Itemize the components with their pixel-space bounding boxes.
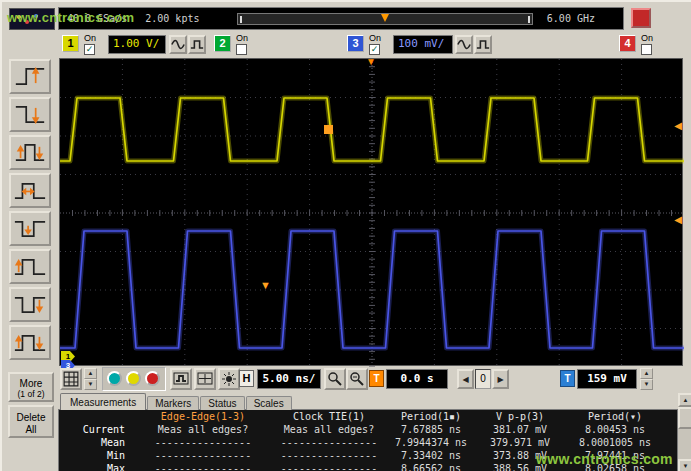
meas-value: ---------------- bbox=[133, 437, 273, 450]
channel-1-on-block: On bbox=[84, 33, 110, 57]
delete-all-button[interactable]: Delete All bbox=[8, 405, 54, 438]
channel-3-on-checkbox[interactable] bbox=[369, 44, 380, 55]
spinner-up-icon[interactable] bbox=[84, 368, 97, 379]
horizontal-position-display[interactable]: 0.0 s bbox=[386, 369, 448, 389]
pulse-width-trigger-icon[interactable] bbox=[9, 173, 51, 208]
runt-pulse-glyph bbox=[13, 214, 47, 243]
waveform-display[interactable]: 1 3 bbox=[59, 58, 683, 366]
falling-edge-trigger-icon[interactable] bbox=[9, 97, 51, 132]
channel-1-on-checkbox[interactable] bbox=[84, 44, 95, 55]
horizontal-position-marker-icon: T bbox=[369, 370, 384, 387]
tab-status[interactable]: Status bbox=[200, 396, 244, 410]
trigger-level-display[interactable]: 159 mV bbox=[577, 369, 637, 389]
channel-2-on-label: On bbox=[236, 33, 262, 43]
delta-marker[interactable] bbox=[260, 279, 271, 291]
horizontal-scale-display[interactable]: 5.00 ns/ bbox=[257, 369, 321, 389]
scrollbar-thumb[interactable] bbox=[678, 407, 691, 429]
period-measurement-marker[interactable] bbox=[324, 125, 333, 134]
channel-1-waveform-button[interactable] bbox=[169, 35, 187, 54]
channel-3-on-block: On bbox=[369, 33, 395, 57]
channel-1-scale-display[interactable]: 1.00 V/ bbox=[108, 35, 166, 54]
negative-pulse-trigger-icon[interactable] bbox=[9, 287, 51, 322]
teal-marker-button[interactable] bbox=[107, 371, 122, 386]
row-label: Max bbox=[59, 463, 133, 471]
magnifier-icon bbox=[349, 371, 365, 387]
meas-value: 8.66562 ns bbox=[385, 463, 477, 471]
more-page-indicator: (1 of 2) bbox=[18, 389, 45, 399]
scroll-left-button[interactable] bbox=[457, 369, 474, 389]
position-zero-button[interactable]: 0 bbox=[475, 369, 491, 389]
channel-2-on-checkbox[interactable] bbox=[236, 44, 247, 55]
channel-1-button[interactable]: 1 bbox=[62, 35, 79, 52]
zoom-out-button[interactable] bbox=[324, 368, 346, 390]
channel-3-waveform-button[interactable] bbox=[455, 35, 473, 54]
channel-3-coupling-button[interactable] bbox=[474, 35, 492, 54]
sine-icon bbox=[457, 37, 471, 52]
tab-measurements[interactable]: Measurements bbox=[60, 393, 146, 410]
timebase-right-tick bbox=[528, 16, 530, 23]
waveform-grid bbox=[60, 59, 684, 367]
rising-edge-trigger-icon[interactable] bbox=[9, 59, 51, 94]
trigger-level-marker-ch1[interactable] bbox=[674, 121, 682, 131]
window-pulse-trigger-icon[interactable] bbox=[9, 325, 51, 360]
row-label: Current bbox=[59, 424, 133, 437]
red-marker-button[interactable] bbox=[145, 371, 160, 386]
meas-value: ---------------- bbox=[273, 450, 385, 463]
square-wave-icon bbox=[190, 37, 204, 52]
yellow-marker-button[interactable] bbox=[126, 371, 141, 386]
more-tools-button[interactable]: More (1 of 2) bbox=[8, 372, 54, 402]
measurements-row-mean: Mean ---------------- ---------------- 7… bbox=[59, 437, 677, 450]
screen-cross-icon bbox=[197, 371, 213, 387]
right-arrow-icon bbox=[497, 375, 503, 384]
display-mode-button[interactable] bbox=[170, 368, 192, 390]
intensity-spinner[interactable] bbox=[84, 368, 97, 390]
timebase-position-bar[interactable] bbox=[237, 13, 533, 25]
scroll-down-button[interactable] bbox=[678, 459, 691, 471]
trigger-tool-palette bbox=[9, 59, 53, 360]
trigger-level-marker-ch3[interactable] bbox=[674, 215, 682, 225]
meas-value: ---------------- bbox=[273, 437, 385, 450]
brightness-button[interactable] bbox=[218, 368, 240, 390]
channel-4-on-checkbox[interactable] bbox=[641, 44, 652, 55]
row-label: Mean bbox=[59, 437, 133, 450]
grid-icon bbox=[63, 371, 79, 387]
meas-value: 8.00453 ns bbox=[563, 424, 667, 437]
zoom-in-button[interactable] bbox=[346, 368, 368, 390]
meas-value: 7.67885 ns bbox=[385, 424, 477, 437]
spinner-down-icon[interactable] bbox=[640, 379, 653, 390]
display-settings-button[interactable] bbox=[194, 368, 216, 390]
falling-edge-glyph bbox=[13, 100, 47, 129]
spinner-down-icon[interactable] bbox=[84, 379, 97, 390]
panel-tabs: Measurements Markers Status Scales bbox=[60, 393, 292, 410]
window-pulse-glyph bbox=[13, 328, 47, 357]
sine-icon bbox=[171, 37, 185, 52]
measurements-scrollbar[interactable] bbox=[678, 393, 691, 471]
meas-value: ---------------- bbox=[133, 463, 273, 471]
meas-value: 379.971 mV bbox=[477, 437, 563, 450]
either-edge-trigger-icon[interactable] bbox=[9, 135, 51, 170]
channel-3-scale-display[interactable]: 100 mV/ bbox=[393, 35, 453, 54]
meas-value: 8.0001005 ns bbox=[563, 437, 667, 450]
close-button[interactable] bbox=[631, 8, 651, 28]
channel-2-button[interactable]: 2 bbox=[214, 35, 231, 52]
meas-header-vpp-3: V p-p(3) bbox=[477, 411, 563, 424]
tab-scales[interactable]: Scales bbox=[246, 396, 292, 410]
grid-settings-button[interactable] bbox=[60, 368, 82, 390]
watermark-text: www.cntronics.com bbox=[536, 451, 673, 467]
channel-3-button[interactable]: 3 bbox=[347, 35, 364, 52]
measurements-row-current: Current Meas all edges? Meas all edges? … bbox=[59, 424, 677, 437]
positive-pulse-trigger-icon[interactable] bbox=[9, 249, 51, 284]
trigger-time-marker[interactable] bbox=[366, 56, 376, 67]
channel-1-on-label: On bbox=[84, 33, 110, 43]
runt-pulse-trigger-icon[interactable] bbox=[9, 211, 51, 246]
tab-markers[interactable]: Markers bbox=[147, 396, 199, 410]
scroll-right-button[interactable] bbox=[492, 369, 509, 389]
horizontal-label: H bbox=[239, 370, 254, 387]
scroll-up-button[interactable] bbox=[678, 393, 691, 407]
watermark-text: www.cntronics.com bbox=[7, 10, 134, 25]
more-label: More bbox=[10, 378, 52, 389]
spinner-up-icon[interactable] bbox=[640, 368, 653, 379]
channel-4-button[interactable]: 4 bbox=[619, 35, 636, 52]
channel-1-coupling-button[interactable] bbox=[188, 35, 206, 54]
trigger-level-spinner[interactable] bbox=[640, 368, 653, 390]
